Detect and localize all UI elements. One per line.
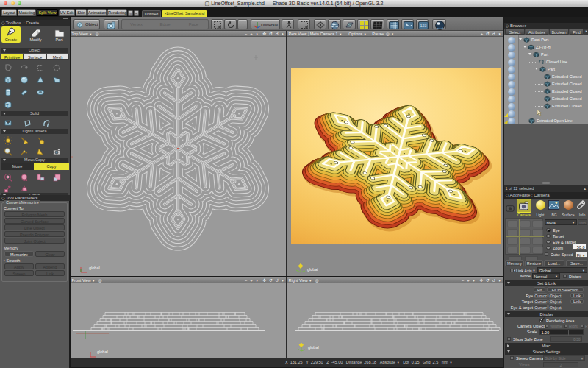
svg-text:T: T bbox=[6, 103, 9, 107]
svg-text:123: 123 bbox=[420, 24, 426, 28]
